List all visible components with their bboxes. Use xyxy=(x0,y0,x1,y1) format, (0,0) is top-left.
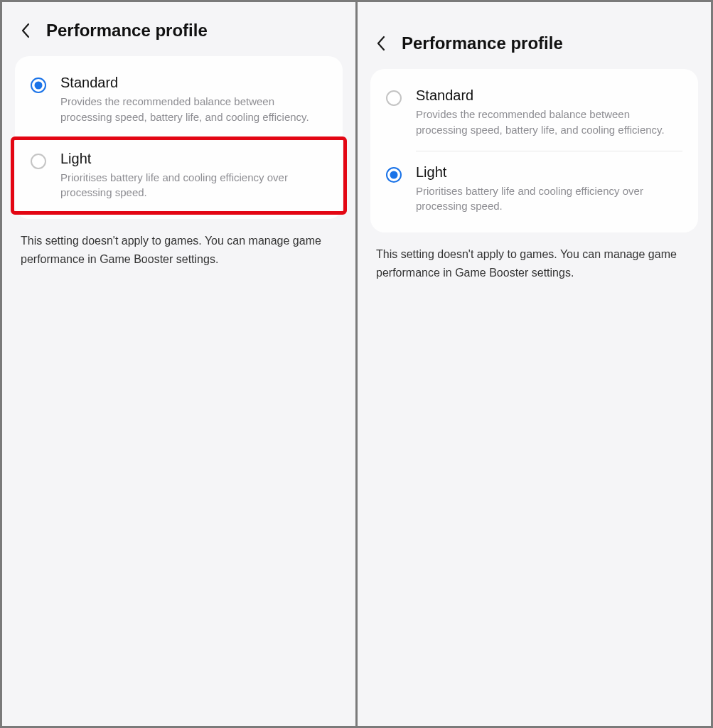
option-standard-title: Standard xyxy=(416,87,682,104)
option-standard-text: Standard Provides the recommended balanc… xyxy=(60,75,327,125)
options-card: Standard Provides the recommended balanc… xyxy=(15,56,343,219)
header: Performance profile xyxy=(370,15,698,69)
option-light-text: Light Prioritises battery life and cooli… xyxy=(416,164,682,215)
option-light-title: Light xyxy=(60,151,327,167)
footer-note: This setting doesn't apply to games. You… xyxy=(370,245,698,282)
option-standard[interactable]: Standard Provides the recommended balanc… xyxy=(370,75,698,151)
panel-right: Performance profile Standard Provides th… xyxy=(358,2,711,726)
header: Performance profile xyxy=(15,15,343,56)
option-light-text: Light Prioritises battery life and cooli… xyxy=(60,151,327,201)
panel-left: Performance profile Standard Provides th… xyxy=(2,2,355,726)
radio-light[interactable] xyxy=(386,167,402,183)
footer-note: This setting doesn't apply to games. You… xyxy=(15,232,343,268)
option-standard-desc: Provides the recommended balance between… xyxy=(416,107,682,138)
option-light-title: Light xyxy=(416,164,682,181)
option-standard-title: Standard xyxy=(60,75,327,91)
page-title: Performance profile xyxy=(46,21,208,41)
radio-light[interactable] xyxy=(31,154,46,169)
option-light-wrapper: Light Prioritises battery life and cooli… xyxy=(370,151,698,228)
option-light[interactable]: Light Prioritises battery life and cooli… xyxy=(370,151,698,228)
option-standard-wrapper: Standard Provides the recommended balanc… xyxy=(15,62,343,138)
page-title: Performance profile xyxy=(402,33,563,53)
option-light[interactable]: Light Prioritises battery life and cooli… xyxy=(15,138,343,214)
option-standard-wrapper: Standard Provides the recommended balanc… xyxy=(370,75,698,151)
option-light-wrapper: Light Prioritises battery life and cooli… xyxy=(15,138,343,214)
option-standard[interactable]: Standard Provides the recommended balanc… xyxy=(15,62,343,138)
back-icon[interactable] xyxy=(18,23,33,38)
option-standard-desc: Provides the recommended balance between… xyxy=(60,94,327,125)
option-light-desc: Prioritises battery life and cooling eff… xyxy=(416,183,682,215)
option-light-desc: Prioritises battery life and cooling eff… xyxy=(60,170,327,201)
options-card: Standard Provides the recommended balanc… xyxy=(370,69,698,232)
radio-standard[interactable] xyxy=(31,77,46,93)
radio-standard[interactable] xyxy=(386,90,402,106)
back-icon[interactable] xyxy=(373,36,389,51)
option-standard-text: Standard Provides the recommended balanc… xyxy=(416,87,682,138)
